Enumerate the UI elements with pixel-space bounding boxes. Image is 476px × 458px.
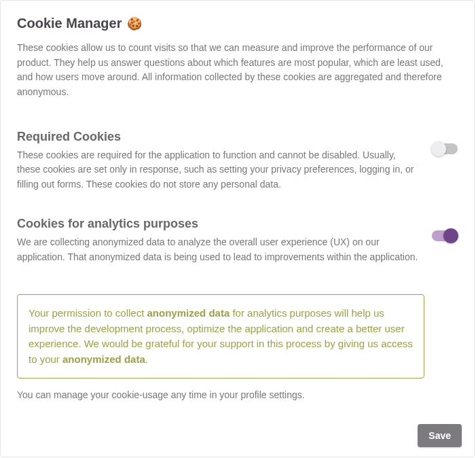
analytics-callout: Your permission to collect anonymized da… bbox=[17, 294, 424, 378]
dialog-actions: Save bbox=[418, 424, 462, 447]
dialog-header: Cookie Manager 🍪 bbox=[17, 16, 458, 31]
required-cookies-section: Required Cookies These cookies are requi… bbox=[17, 119, 458, 206]
toggle-knob-icon bbox=[431, 141, 446, 156]
analytics-cookies-desc: We are collecting anonymized data to ana… bbox=[17, 235, 418, 264]
required-cookies-text: Required Cookies These cookies are requi… bbox=[17, 130, 418, 192]
required-cookies-desc: These cookies are required for the appli… bbox=[17, 148, 418, 192]
cookie-manager-dialog: Cookie Manager 🍪 These cookies allow us … bbox=[0, 0, 475, 457]
cookie-icon: 🍪 bbox=[127, 18, 142, 30]
toggle-knob-icon bbox=[443, 228, 458, 243]
callout-bold2: anonymized data bbox=[62, 353, 145, 365]
callout-text: Your permission to collect anonymized da… bbox=[29, 306, 413, 367]
analytics-cookies-toggle[interactable] bbox=[432, 230, 458, 241]
dialog-title: Cookie Manager bbox=[17, 16, 122, 31]
callout-pre: Your permission to collect bbox=[29, 307, 147, 319]
callout-post: . bbox=[145, 353, 148, 365]
required-cookies-toggle bbox=[432, 143, 458, 154]
save-button[interactable]: Save bbox=[418, 424, 462, 447]
analytics-cookies-text: Cookies for analytics purposes We are co… bbox=[17, 217, 418, 264]
intro-text: These cookies allow us to count visits s… bbox=[17, 41, 458, 100]
callout-bold1: anonymized data bbox=[147, 307, 230, 319]
analytics-cookies-section: Cookies for analytics purposes We are co… bbox=[17, 206, 458, 278]
footer-note: You can manage your cookie-usage any tim… bbox=[17, 389, 458, 400]
analytics-cookies-title: Cookies for analytics purposes bbox=[17, 217, 418, 231]
required-cookies-title: Required Cookies bbox=[17, 130, 418, 144]
